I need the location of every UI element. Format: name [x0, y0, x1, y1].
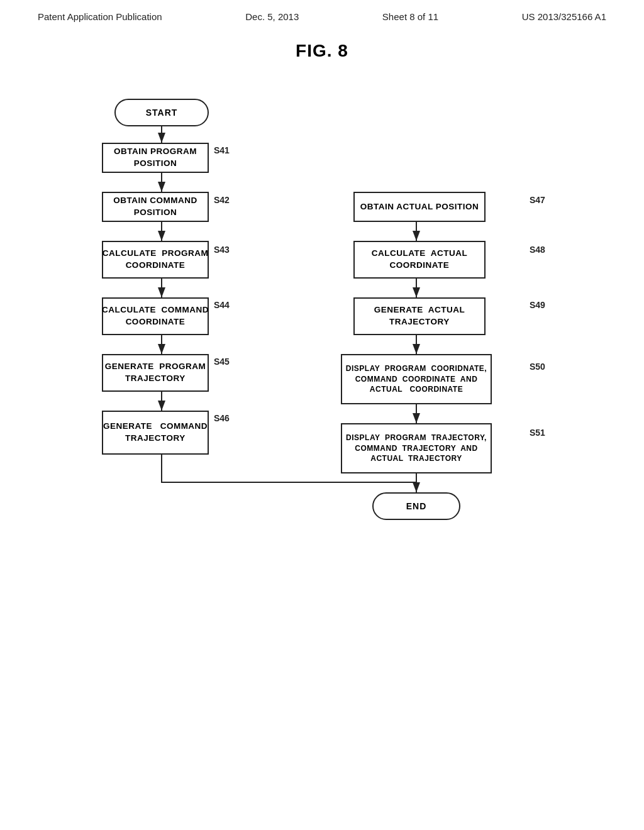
start-node: START: [114, 99, 209, 126]
step-s50-label: S50: [530, 362, 545, 372]
s46-box: GENERATE COMMAND TRAJECTORY: [102, 411, 209, 455]
step-s41-label: S41: [214, 145, 230, 155]
page-header: Patent Application Publication Dec. 5, 2…: [0, 0, 644, 28]
step-s45-label: S45: [214, 357, 230, 367]
s43-box: CALCULATE PROGRAM COORDINATE: [102, 241, 209, 279]
s49-box: GENERATE ACTUAL TRAJECTORY: [353, 297, 486, 335]
s50-box: DISPLAY PROGRAM COORIDNATE, COMMAND COOR…: [341, 354, 492, 404]
step-s47-label: S47: [530, 195, 545, 205]
s44-box: CALCULATE COMMAND COORDINATE: [102, 297, 209, 335]
s42-box: OBTAIN COMMAND POSITION: [102, 192, 209, 222]
step-s46-label: S46: [214, 413, 230, 423]
step-s49-label: S49: [530, 300, 545, 310]
step-s42-label: S42: [214, 195, 230, 205]
figure-title: FIG. 8: [0, 41, 644, 61]
s41-box: OBTAIN PROGRAM POSITION: [102, 143, 209, 173]
end-node: END: [372, 492, 460, 520]
s47-box: OBTAIN ACTUAL POSITION: [353, 192, 486, 222]
header-left: Patent Application Publication: [38, 11, 162, 22]
arrows-svg: [64, 80, 580, 709]
s51-box: DISPLAY PROGRAM TRAJECTORY, COMMAND TRAJ…: [341, 423, 492, 473]
step-s51-label: S51: [530, 428, 545, 438]
s45-box: GENERATE PROGRAM TRAJECTORY: [102, 354, 209, 392]
step-s48-label: S48: [530, 245, 545, 255]
header-right: US 2013/325166 A1: [522, 11, 606, 22]
step-s43-label: S43: [214, 245, 230, 255]
s48-box: CALCULATE ACTUAL COORDINATE: [353, 241, 486, 279]
flowchart: START S41 OBTAIN PROGRAM POSITION S42 OB…: [64, 80, 580, 709]
header-center: Dec. 5, 2013: [245, 11, 299, 22]
header-sheet: Sheet 8 of 11: [382, 11, 438, 22]
step-s44-label: S44: [214, 300, 230, 310]
